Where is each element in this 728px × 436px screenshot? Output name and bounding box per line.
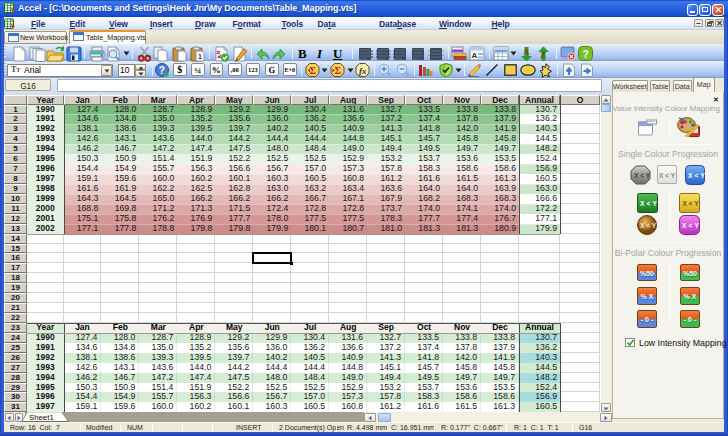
svg-text:X < Y: X < Y [640, 200, 657, 207]
svg-text:Z: Z [541, 51, 546, 60]
svg-text:X < Y: X < Y [688, 172, 705, 179]
svg-text:Σ: Σ [335, 65, 342, 76]
svg-text:X < Y: X < Y [634, 172, 651, 179]
svg-text:A: A [524, 48, 530, 57]
svg-text:1: 1 [198, 53, 202, 60]
svg-text:?: ? [583, 47, 589, 59]
svg-text:fx: fx [359, 65, 367, 75]
svg-text:X < Y: X < Y [683, 200, 700, 207]
svg-text:Σ: Σ [310, 65, 317, 76]
svg-text:X < Y: X < Y [640, 221, 657, 228]
svg-text:X < Y: X < Y [682, 222, 699, 229]
svg-text:?: ? [158, 64, 164, 75]
svg-text:A: A [472, 51, 478, 60]
